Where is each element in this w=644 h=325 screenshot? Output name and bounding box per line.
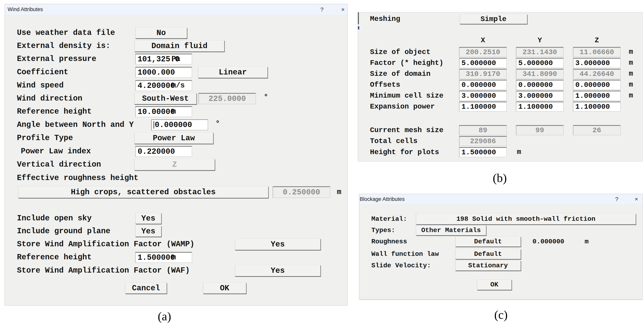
wind-attributes-dialog: Wind Attributes ? × Use weather data fil… xyxy=(5,4,348,305)
reference-height-field[interactable]: 10.00000 xyxy=(135,106,192,117)
cancel-button[interactable]: Cancel xyxy=(125,283,167,294)
minimum-cell-size-unit: m xyxy=(629,91,633,101)
factor-x[interactable]: 5.000000 xyxy=(459,58,507,68)
profile-type-label: Profile Type xyxy=(17,133,73,144)
wind-direction-label: Wind direction xyxy=(17,93,82,104)
meshing-label: Meshing xyxy=(370,14,400,24)
minimum-cell-size-x[interactable]: 3.000000 xyxy=(459,91,507,101)
vertical-direction-button: Z xyxy=(134,159,215,170)
figure: Wind Attributes ? × Use weather data fil… xyxy=(0,0,644,325)
minimum-cell-size-y[interactable]: 3.000000 xyxy=(516,91,564,101)
wind-direction-button[interactable]: South-West xyxy=(134,93,196,104)
roughness-amount-field: 0.250000 xyxy=(273,186,330,198)
close-icon[interactable]: × xyxy=(337,4,349,15)
effective-roughness-heading: Effective roughness height xyxy=(17,173,138,184)
angle-north-field[interactable]: 0.000000 xyxy=(151,119,208,130)
material-label: Material: xyxy=(371,214,407,224)
window-edge-artifact xyxy=(358,12,359,24)
factor-z[interactable]: 3.000000 xyxy=(573,58,621,68)
ok-button[interactable]: OK xyxy=(477,279,512,290)
blockage-attributes-dialog: Blockage Attributes ? × Material: 198 So… xyxy=(359,194,643,300)
use-weather-label: Use weather data file xyxy=(17,28,115,38)
minimum-cell-size-z[interactable]: 1.000000 xyxy=(573,91,621,101)
angle-north-label: Angle between North and Y xyxy=(17,119,134,130)
use-weather-button[interactable]: No xyxy=(135,28,187,38)
include-open-sky-button[interactable]: Yes xyxy=(135,213,161,224)
types-label: Types: xyxy=(371,225,395,235)
offsets-unit: m xyxy=(629,80,633,90)
roughness-mode-button[interactable]: Default xyxy=(455,236,521,247)
wamp-reference-height-unit: m xyxy=(172,252,176,263)
offsets-z[interactable]: 0.000000 xyxy=(573,80,621,90)
height-for-plots-unit: m xyxy=(517,147,521,157)
wind-speed-label: Wind speed xyxy=(17,80,64,91)
current-mesh-size-label: Current mesh size xyxy=(370,125,443,135)
height-for-plots-label: Height for plots xyxy=(370,147,439,157)
offsets-y[interactable]: 0.000000 xyxy=(516,80,564,90)
close-icon[interactable]: × xyxy=(630,194,642,204)
size-of-object-z: 11.06660 xyxy=(573,47,621,57)
size-of-domain-x: 310.9170 xyxy=(459,69,507,79)
wamp-reference-height-field[interactable]: 1.500000 xyxy=(135,252,192,263)
wind-attributes-titlebar[interactable]: Wind Attributes xyxy=(5,4,348,15)
size-of-domain-z: 44.26640 xyxy=(573,69,621,79)
coefficient-field[interactable]: 1000.000 xyxy=(135,67,192,78)
angle-north-value: 0.000000 xyxy=(155,121,192,129)
wall-function-law-label: Wall function law xyxy=(371,249,439,259)
expansion-power-z[interactable]: 1.100000 xyxy=(573,102,621,112)
wamp-reference-height-label: Reference height xyxy=(17,252,92,263)
types-button[interactable]: Other Materials xyxy=(416,225,486,235)
profile-type-button[interactable]: Power Law xyxy=(134,133,213,144)
column-header-z: Z xyxy=(573,35,621,45)
offsets-label: Offsets xyxy=(370,80,400,90)
help-icon[interactable]: ? xyxy=(316,4,328,15)
current-mesh-size-x: 89 xyxy=(459,125,507,135)
store-waf-button[interactable]: Yes xyxy=(235,265,320,276)
roughness-label: Roughness xyxy=(371,236,407,247)
coefficient-label: Coefficient xyxy=(17,67,68,78)
roughness-unit: m xyxy=(585,236,588,247)
material-button[interactable]: 198 Solid with smooth-wall friction xyxy=(416,214,636,224)
wind-speed-unit: m/s xyxy=(172,80,185,91)
coefficient-mode-button[interactable]: Linear xyxy=(198,67,268,78)
window-edge-artifact-dot xyxy=(358,26,359,30)
expansion-power-label: Expansion power xyxy=(370,102,435,112)
slide-velocity-label: Slide Velocity: xyxy=(371,260,431,271)
external-density-button[interactable]: Domain fluid xyxy=(134,40,224,52)
wind-direction-unit: ° xyxy=(264,92,268,103)
offsets-x[interactable]: 0.000000 xyxy=(459,80,507,90)
size-of-object-label: Size of object xyxy=(370,47,430,57)
store-wamp-label: Store Wind Amplification Factor (WAMP) xyxy=(17,239,194,250)
roughness-unit: m xyxy=(337,187,341,198)
factor-y[interactable]: 5.000000 xyxy=(516,58,564,68)
meshing-mode-button[interactable]: Simple xyxy=(460,14,527,24)
vertical-direction-label: Vertical direction xyxy=(17,159,101,170)
minimum-cell-size-label: Minimum cell size xyxy=(370,91,443,101)
expansion-power-x[interactable]: 1.100000 xyxy=(459,102,507,112)
size-of-object-x: 200.2510 xyxy=(459,47,507,57)
subfigure-label-b: (b) xyxy=(483,171,516,185)
slide-velocity-button[interactable]: Stationary xyxy=(455,260,521,271)
store-waf-label: Store Wind Amplification Factor (WAF) xyxy=(17,265,190,276)
ok-button[interactable]: OK xyxy=(203,283,246,294)
column-header-x: X xyxy=(459,35,507,45)
store-wamp-button[interactable]: Yes xyxy=(235,239,320,250)
subfigure-label-c: (c) xyxy=(484,308,518,322)
meshing-panel: Meshing Simple X Y Z Size of object 200.… xyxy=(358,12,643,162)
size-of-object-y: 231.1430 xyxy=(516,47,564,57)
help-icon[interactable]: ? xyxy=(611,194,623,204)
total-cells-field: 229086 xyxy=(459,136,507,146)
include-ground-plane-label: Include ground plane xyxy=(17,226,110,237)
factor-label: Factor (* height) xyxy=(370,58,443,68)
external-pressure-field[interactable]: 101,325.0 xyxy=(135,54,192,65)
size-of-domain-unit: m xyxy=(629,69,633,79)
column-header-y: Y xyxy=(516,35,564,45)
wall-function-law-button[interactable]: Default xyxy=(455,249,521,259)
include-ground-plane-button[interactable]: Yes xyxy=(135,226,161,237)
power-law-index-field[interactable]: 0.220000 xyxy=(135,146,192,157)
external-pressure-label: External pressure xyxy=(17,54,96,65)
expansion-power-y[interactable]: 1.100000 xyxy=(516,102,564,112)
height-for-plots-field[interactable]: 1.500000 xyxy=(459,147,507,157)
roughness-type-button[interactable]: High crops, scattered obstacles xyxy=(18,186,268,198)
blockage-attributes-titlebar[interactable]: Blockage Attributes xyxy=(359,194,642,204)
